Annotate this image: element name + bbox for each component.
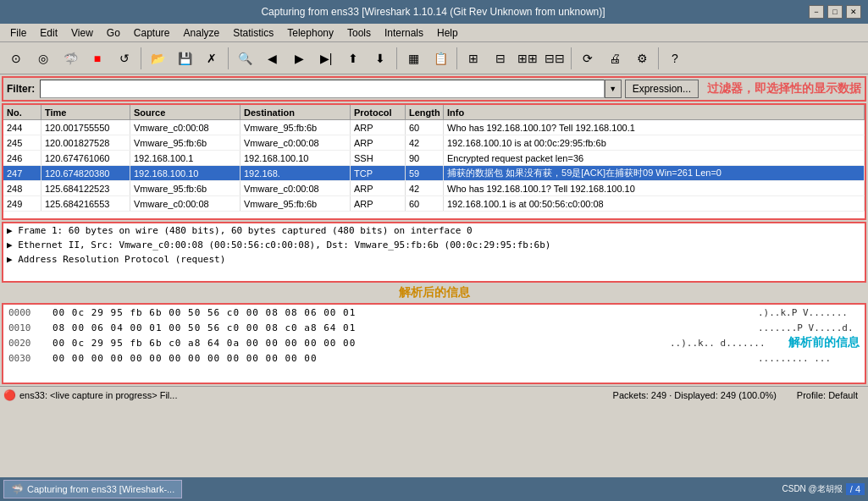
- menu-statistics[interactable]: Statistics: [226, 25, 280, 41]
- filter-bar: Filter: ▼ Expression... 过滤器，即选择性的显示数据: [2, 76, 866, 102]
- separator-6: [658, 47, 659, 69]
- toolbar-open-btn[interactable]: 📂: [145, 46, 170, 71]
- menu-tools[interactable]: Tools: [340, 25, 378, 41]
- toolbar-interface-btn[interactable]: ⊙: [3, 46, 29, 71]
- toolbar-save-btn[interactable]: 💾: [172, 46, 197, 71]
- filter-expression-button[interactable]: Expression...: [625, 80, 699, 98]
- status-bar: 🔴 ens33: <live capture in progress> Fil.…: [0, 386, 868, 403]
- toolbar-search-btn[interactable]: 🔍: [232, 46, 257, 71]
- packet-cell: 42: [406, 135, 444, 150]
- window-controls: − □ ✕: [809, 5, 861, 19]
- hex-offset: 0030: [8, 353, 42, 364]
- toolbar-color-btn[interactable]: ▦: [401, 46, 426, 71]
- toolbar-close-btn[interactable]: ✗: [199, 46, 224, 71]
- toolbar-expand-btn[interactable]: ⊞: [461, 46, 486, 71]
- packet-cell: 120.001827528: [41, 135, 130, 150]
- table-row[interactable]: 247120.674820380192.168.100.10192.168.TC…: [3, 166, 865, 181]
- close-button[interactable]: ✕: [846, 5, 861, 19]
- separator-4: [456, 47, 457, 69]
- menu-internals[interactable]: Internals: [378, 25, 430, 41]
- packet-detail: ▶ Frame 1: 60 bytes on wire (480 bits), …: [2, 222, 866, 283]
- packet-cell: 125.684122523: [41, 181, 130, 195]
- menu-go[interactable]: Go: [100, 25, 127, 41]
- toolbar-back-btn[interactable]: ◀: [259, 46, 285, 71]
- packet-cell: 60: [406, 196, 444, 211]
- toolbar-options-btn[interactable]: ◎: [30, 46, 56, 71]
- toolbar-up-btn[interactable]: ⬆: [340, 46, 366, 71]
- table-row[interactable]: 248125.684122523Vmware_95:fb:6bVmware_c0…: [3, 181, 865, 196]
- hex-rows: 000000 0c 29 95 fb 6b 00 50 56 c0 00 08 …: [3, 305, 865, 366]
- hex-offset: 0010: [8, 322, 42, 333]
- detail-row[interactable]: ▶ Frame 1: 60 bytes on wire (480 bits), …: [3, 223, 865, 238]
- packet-cell: 246: [3, 151, 41, 165]
- header-source: Source: [130, 105, 240, 119]
- toolbar-down-btn[interactable]: ⬇: [368, 46, 393, 71]
- packet-cell: 247: [3, 166, 41, 180]
- wireshark-taskbar-icon: 🦈: [11, 483, 24, 495]
- toolbar-expand-all-btn[interactable]: ⊞⊞: [515, 46, 540, 71]
- separator-2: [228, 47, 229, 69]
- detail-row[interactable]: ▶ Address Resolution Protocol (request): [3, 252, 865, 267]
- menu-help[interactable]: Help: [430, 25, 465, 41]
- packet-cell: 120.674761060: [41, 151, 130, 165]
- header-destination: Destination: [240, 105, 351, 119]
- table-row[interactable]: 245120.001827528Vmware_95:fb:6bVmware_c0…: [3, 135, 865, 151]
- page-number: / 4: [846, 483, 865, 495]
- toolbar-shark-btn[interactable]: 🦈: [58, 46, 83, 71]
- hex-row: 003000 00 00 00 00 00 00 00 00 00 00 00 …: [3, 350, 865, 366]
- packet-cell: 42: [406, 181, 444, 195]
- separator-5: [571, 47, 572, 69]
- packet-cell: ARP: [351, 196, 406, 211]
- header-info: Info: [444, 105, 865, 119]
- toolbar-collapse-all-btn[interactable]: ⊟⊟: [542, 46, 567, 71]
- toolbar-print-btn[interactable]: 🖨: [602, 46, 628, 71]
- toolbar-prefs-btn[interactable]: 📋: [428, 46, 453, 71]
- packet-cell: 244: [3, 120, 41, 135]
- toolbar-collapse-btn[interactable]: ⊟: [488, 46, 513, 71]
- hex-dump: 000000 0c 29 95 fb 6b 00 50 56 c0 00 08 …: [2, 303, 866, 384]
- minimize-button[interactable]: −: [809, 5, 824, 19]
- toolbar-settings-btn[interactable]: ⚙: [629, 46, 655, 71]
- hex-bytes: 00 0c 29 95 fb 6b c0 a8 64 0a 00 00 00 0…: [53, 338, 660, 349]
- detail-row[interactable]: ▶ Ethernet II, Src: Vmware_c0:00:08 (00:…: [3, 238, 865, 252]
- menu-file[interactable]: File: [3, 25, 33, 41]
- menu-view[interactable]: View: [64, 25, 100, 41]
- menu-telephony[interactable]: Telephony: [280, 25, 340, 41]
- toolbar-resolve-btn[interactable]: ⟳: [575, 46, 600, 71]
- filter-dropdown[interactable]: ▼: [605, 80, 622, 98]
- packet-cell: Who has 192.168.100.10? Tell 192.168.100…: [444, 120, 865, 135]
- window-title: Capturing from ens33 [Wireshark 1.10.14 …: [58, 6, 809, 18]
- header-protocol: Protocol: [351, 105, 406, 119]
- hex-bytes: 08 00 06 04 00 01 00 50 56 c0 00 08 c0 a…: [53, 322, 748, 333]
- separator-3: [396, 47, 397, 69]
- hex-bytes: 00 0c 29 95 fb 6b 00 50 56 c0 00 08 08 0…: [53, 307, 748, 318]
- packet-rows[interactable]: 244120.001755550Vmware_c0:00:08Vmware_95…: [3, 120, 865, 212]
- maximize-button[interactable]: □: [827, 5, 843, 19]
- packet-cell: 120.674820380: [41, 166, 130, 180]
- taskbar-wireshark[interactable]: 🦈 Capturing from ens33 [Wireshark-...: [3, 480, 182, 498]
- table-row[interactable]: 244120.001755550Vmware_c0:00:08Vmware_95…: [3, 120, 865, 135]
- menu-analyze[interactable]: Analyze: [177, 25, 227, 41]
- packet-cell: Vmware_c0:00:08: [130, 196, 240, 211]
- packet-cell: 249: [3, 196, 41, 211]
- packet-cell: 248: [3, 181, 41, 195]
- title-bar: Capturing from ens33 [Wireshark 1.10.14 …: [0, 0, 868, 24]
- menu-capture[interactable]: Capture: [127, 25, 177, 41]
- filter-input[interactable]: [40, 80, 604, 98]
- toolbar-help-btn[interactable]: ?: [662, 46, 688, 71]
- packet-cell: Vmware_95:fb:6b: [240, 196, 351, 211]
- header-no: No.: [3, 105, 41, 119]
- packet-cell: 120.001755550: [41, 120, 130, 135]
- menu-edit[interactable]: Edit: [33, 25, 64, 41]
- toolbar-go-btn[interactable]: ▶|: [313, 46, 339, 71]
- toolbar-forward-btn[interactable]: ▶: [286, 46, 312, 71]
- toolbar-stop-btn[interactable]: ■: [85, 46, 110, 71]
- packet-cell: 59: [406, 166, 444, 180]
- toolbar-restart-btn[interactable]: ↺: [112, 46, 137, 71]
- packet-cell: Encrypted request packet len=36: [444, 151, 865, 165]
- packet-cell: Vmware_95:fb:6b: [130, 135, 240, 150]
- packet-cell: 192.168.100.1 is at 00:50:56:c0:00:08: [444, 196, 865, 211]
- packet-cell: 90: [406, 151, 444, 165]
- table-row[interactable]: 246120.674761060192.168.100.1192.168.100…: [3, 151, 865, 166]
- table-row[interactable]: 249125.684216553Vmware_c0:00:08Vmware_95…: [3, 196, 865, 212]
